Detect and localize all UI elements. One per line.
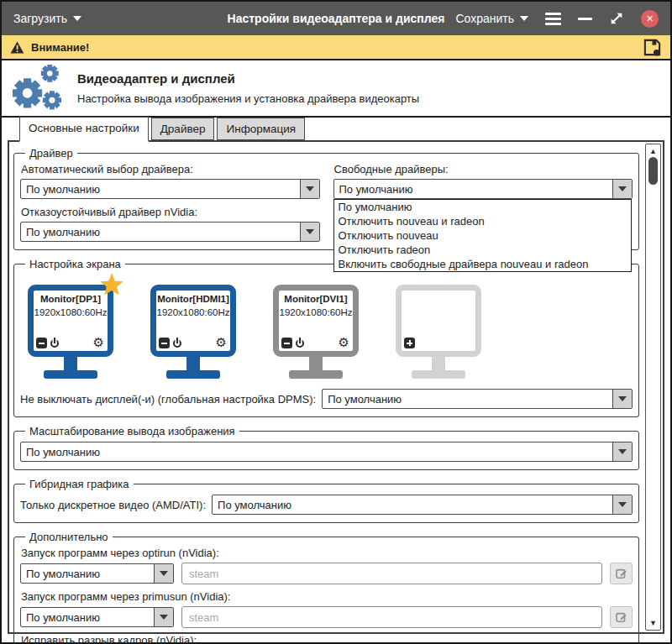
close-button[interactable]: ✕ (641, 10, 659, 28)
monitor-dp1[interactable]: Monitor[DP1] 1920x1080:60Hz ⚙ (28, 285, 113, 379)
monitor-resolution: 1920x1080:60Hz (34, 307, 108, 317)
driver-group: Драйвер Автоматический выбор драйвера: П… (13, 147, 639, 250)
screen-setup-legend: Настройка экрана (25, 258, 125, 270)
warning-icon (10, 41, 24, 54)
dropdown-arrow-icon[interactable] (612, 180, 632, 198)
monitor-disable-icon[interactable] (281, 338, 292, 348)
monitor-name: Monitor[DP1] (34, 294, 108, 304)
scrollbar-thumb[interactable] (648, 157, 658, 185)
driver-group-legend: Драйвер (25, 147, 77, 160)
minimize-button[interactable] (578, 18, 592, 20)
monitor-resolution: 1920x1080:60Hz (156, 307, 230, 317)
scaling-legend: Масштабирование вывода изображения (25, 425, 239, 437)
tab-bar: Основные настройки Драйвер Информация (2, 118, 670, 140)
edit-pencil-icon (615, 610, 628, 624)
failsafe-driver-label: Отказоустойчивый драйвер nVidia: (21, 206, 320, 218)
monitor-settings-icon[interactable]: ⚙ (339, 338, 349, 348)
dropdown-arrow-icon[interactable] (612, 390, 632, 408)
page-title: Видеоадаптер и дисплей (77, 71, 419, 86)
load-menu-button[interactable]: Загрузить (13, 12, 81, 25)
auto-driver-select[interactable]: По умолчанию (20, 179, 320, 199)
monitor-disable-icon[interactable] (36, 338, 47, 348)
tearing-label: Исправить разрыв кадров (nVidia): (21, 634, 633, 644)
gears-logo-icon (8, 63, 64, 113)
module-header: Видеоадаптер и дисплей Настройка вывода … (2, 60, 670, 118)
app-window: Загрузить Настройки видеоадаптера и дисп… (0, 0, 672, 644)
free-drivers-dropdown-list: По умолчанию Отключить nouveau и radeon … (333, 199, 633, 272)
failsafe-driver-select[interactable]: По умолчанию (20, 222, 320, 242)
page-subtitle: Настройка вывода изображения и установка… (77, 92, 419, 105)
window-title: Настройки видеоадаптера и дисплея (228, 12, 445, 25)
monitor-resolution: 1920x1080:60Hz (279, 307, 353, 317)
save-file-icon[interactable] (643, 38, 662, 57)
monitor-power-icon[interactable] (173, 339, 181, 348)
hybrid-graphics-group: Гибридная графика Только дискретное виде… (13, 478, 639, 523)
dropdown-option[interactable]: По умолчанию (334, 200, 632, 214)
monitor-empty-slot[interactable] (396, 285, 481, 379)
tab-information[interactable]: Информация (217, 118, 305, 140)
discrete-video-select[interactable]: По умолчанию (212, 495, 633, 515)
monitor-power-icon[interactable] (50, 339, 59, 348)
dropdown-option[interactable]: Отключить nouveau и radeon (334, 214, 632, 228)
monitor-power-icon[interactable] (296, 339, 304, 348)
dpms-select[interactable]: По умолчанию (322, 389, 633, 409)
warning-bar: Внимание! (2, 35, 670, 60)
optirun-app-input[interactable] (181, 563, 602, 584)
dropdown-option[interactable]: Отключить radeon (334, 243, 632, 257)
hybrid-legend: Гибридная графика (25, 478, 134, 490)
primary-star-icon (99, 272, 124, 297)
monitor-settings-icon[interactable]: ⚙ (93, 338, 104, 348)
optirun-label: Запуск программ через optirun (nVidia): (21, 547, 633, 559)
dropdown-arrow-icon[interactable] (154, 608, 173, 626)
edit-pencil-icon (615, 567, 628, 580)
dropdown-arrow-icon[interactable] (612, 442, 632, 461)
tab-driver[interactable]: Драйвер (151, 118, 215, 140)
dpms-label: Не выключать дисплей(-и) (глобальная нас… (20, 393, 316, 406)
free-drivers-label: Свободные драйверы: (334, 163, 633, 175)
optirun-select[interactable]: По умолчанию (20, 563, 174, 584)
scaling-select[interactable]: По умолчанию (20, 442, 633, 462)
dropdown-arrow-icon[interactable] (612, 495, 632, 514)
save-menu-label: Сохранить (455, 12, 514, 25)
dropdown-option[interactable]: Отключить nouveau (334, 228, 632, 243)
scroll-down-icon[interactable]: ▼ (646, 619, 660, 627)
load-menu-label: Загрузить (13, 12, 67, 25)
dropdown-arrow-icon[interactable] (154, 564, 173, 583)
warning-text: Внимание! (31, 41, 89, 54)
auto-driver-label: Автоматический выбор драйвера: (21, 163, 320, 175)
scroll-up-icon[interactable]: ▲ (646, 147, 660, 155)
monitor-dvi1[interactable]: Monitor[DVI1] 1920x1080:60Hz ⚙ (273, 285, 359, 379)
extra-legend: Дополнительно (25, 531, 113, 543)
tab-main-settings[interactable]: Основные настройки (19, 117, 149, 142)
monitor-settings-icon[interactable]: ⚙ (216, 338, 227, 348)
monitor-add-icon[interactable] (404, 338, 415, 348)
settings-pane: Драйвер Автоматический выбор драйвера: П… (8, 140, 664, 634)
discrete-video-label: Только дискретное видео (AMD/ATI): (20, 499, 206, 511)
caret-down-icon (73, 16, 81, 21)
optirun-edit-button[interactable] (610, 563, 633, 584)
extra-group: Дополнительно Запуск программ через opti… (13, 531, 639, 644)
maximize-icon[interactable] (609, 11, 624, 26)
primusrun-label: Запуск программ через primusun (nVidia): (21, 590, 633, 603)
vertical-scrollbar[interactable]: ▲ ▼ (645, 144, 661, 631)
caret-down-icon (520, 16, 528, 21)
dropdown-arrow-icon[interactable] (300, 223, 319, 241)
save-menu-button[interactable]: Сохранить (455, 12, 528, 25)
primusrun-app-input[interactable] (181, 606, 602, 628)
screen-setup-group: Настройка экрана Monitor[DP1] 1920x1080:… (13, 258, 639, 417)
dropdown-arrow-icon[interactable] (300, 180, 319, 198)
monitor-name: Monitor[DVI1] (279, 294, 353, 304)
monitor-name: Monitor[HDMI1] (156, 294, 230, 304)
dropdown-option[interactable]: Включить свободные драйвера nouveau и ra… (334, 257, 632, 271)
hamburger-menu-icon[interactable] (545, 13, 561, 25)
monitor-hdmi1[interactable]: Monitor[HDMI1] 1920x1080:60Hz ⚙ (150, 285, 236, 379)
scaling-group: Масштабирование вывода изображения По ум… (13, 425, 639, 470)
free-drivers-select[interactable]: По умолчанию (333, 179, 633, 199)
monitor-disable-icon[interactable] (159, 338, 170, 348)
primusrun-select[interactable]: По умолчанию (20, 607, 174, 627)
titlebar: Загрузить Настройки видеоадаптера и дисп… (2, 2, 670, 35)
primusrun-edit-button[interactable] (610, 606, 633, 628)
